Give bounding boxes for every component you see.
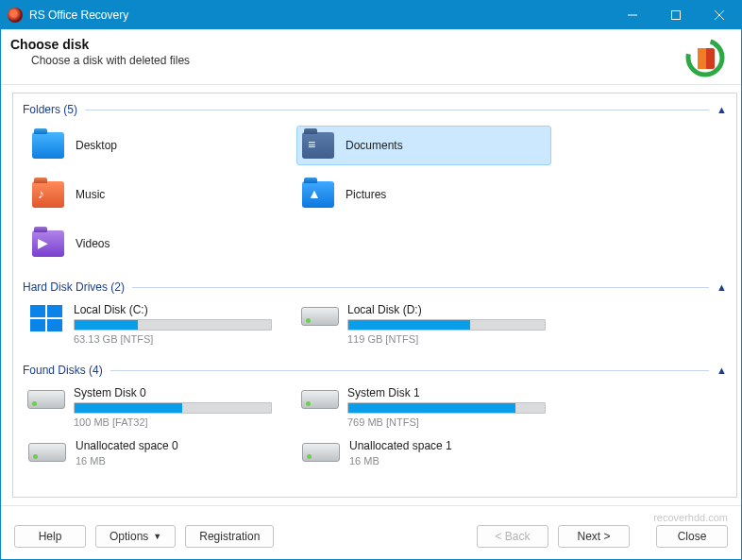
- folder-icon: ▲: [302, 180, 334, 209]
- options-button[interactable]: Options▼: [95, 525, 176, 548]
- disk-name: Local Disk (D:): [347, 303, 546, 316]
- wizard-header: Choose disk Choose a disk with deleted f…: [1, 29, 741, 85]
- minimize-button[interactable]: [611, 1, 654, 29]
- folder-label: Videos: [76, 237, 110, 250]
- disk-meta: 63.13 GB [NTFS]: [74, 333, 272, 345]
- hdd-icon: [302, 443, 340, 462]
- disk-meta: 119 GB [NTFS]: [347, 333, 546, 345]
- folder-icon: ≡: [302, 131, 334, 160]
- watermark: recoverhdd.com: [14, 512, 728, 523]
- folders-grid: Desktop≡Documents♪Music▲Pictures▶Videos: [13, 120, 736, 271]
- chevron-down-icon: ▼: [153, 532, 161, 541]
- app-window: RS Office Recovery Choose disk Choose a …: [0, 0, 742, 560]
- next-button[interactable]: Next >: [558, 525, 630, 548]
- content-area: Folders (5) ▲ Desktop≡Documents♪Music▲Pi…: [1, 85, 741, 505]
- folder-label: Pictures: [346, 188, 386, 201]
- brand-logo: [684, 37, 726, 78]
- folder-item[interactable]: ≡Documents: [296, 126, 551, 165]
- hdd-icon: [27, 390, 65, 409]
- folder-icon: ♪: [32, 180, 64, 209]
- section-hdd-title: Hard Disk Drives (2): [23, 280, 125, 294]
- section-hdd[interactable]: Hard Disk Drives (2) ▲: [13, 271, 736, 297]
- disk-item[interactable]: Local Disk (D:)119 GB [NTFS]: [300, 303, 565, 345]
- folder-icon: ▶: [32, 229, 64, 258]
- folder-item[interactable]: ♪Music: [26, 175, 281, 214]
- usage-bar: [347, 402, 546, 414]
- usage-bar: [347, 319, 546, 331]
- disk-name: System Disk 0: [74, 386, 272, 399]
- collapse-icon[interactable]: ▲: [717, 104, 727, 115]
- folder-label: Documents: [346, 139, 403, 152]
- hdd-grid: Local Disk (C:)63.13 GB [NTFS]Local Disk…: [13, 297, 736, 354]
- svg-rect-1: [672, 11, 681, 20]
- disk-name: Local Disk (C:): [74, 303, 272, 316]
- registration-button[interactable]: Registration: [185, 525, 274, 548]
- close-window-button[interactable]: [698, 1, 741, 29]
- disk-item[interactable]: System Disk 0100 MB [FAT32]: [26, 386, 291, 428]
- maximize-button[interactable]: [654, 1, 698, 29]
- folder-item[interactable]: Desktop: [26, 126, 281, 165]
- disk-name: Unallocated space 0: [76, 439, 272, 452]
- disk-item[interactable]: Local Disk (C:)63.13 GB [NTFS]: [26, 303, 291, 345]
- found-grid: System Disk 0100 MB [FAT32]System Disk 1…: [13, 381, 736, 486]
- titlebar[interactable]: RS Office Recovery: [1, 1, 741, 29]
- help-button[interactable]: Help: [14, 525, 86, 548]
- section-folders[interactable]: Folders (5) ▲: [13, 93, 736, 120]
- disk-name: Unallocated space 1: [349, 439, 546, 452]
- minimize-icon: [628, 10, 637, 20]
- usage-bar: [74, 319, 272, 331]
- windows-icon: [30, 305, 62, 331]
- collapse-icon[interactable]: ▲: [717, 365, 727, 376]
- disk-meta: 16 MB: [76, 455, 272, 467]
- usage-bar: [74, 402, 272, 414]
- section-found-title: Found Disks (4): [23, 364, 103, 377]
- disk-meta: 100 MB [FAT32]: [74, 416, 272, 428]
- disk-meta: 16 MB: [349, 455, 546, 467]
- folder-item[interactable]: ▲Pictures: [296, 175, 551, 214]
- hdd-icon: [301, 307, 339, 326]
- close-icon: [715, 10, 724, 20]
- section-found[interactable]: Found Disks (4) ▲: [13, 354, 736, 381]
- folder-label: Music: [76, 188, 105, 201]
- folder-label: Desktop: [76, 139, 117, 152]
- back-button: < Back: [477, 525, 548, 548]
- disk-list-panel[interactable]: Folders (5) ▲ Desktop≡Documents♪Music▲Pi…: [12, 93, 737, 498]
- page-subtitle: Choose a disk with deleted files: [31, 54, 190, 67]
- section-folders-title: Folders (5): [23, 103, 77, 116]
- disk-meta: 769 MB [NTFS]: [347, 416, 546, 428]
- hdd-icon: [301, 390, 339, 409]
- maximize-icon: [671, 10, 681, 20]
- svg-rect-6: [698, 48, 706, 69]
- disk-item[interactable]: System Disk 1769 MB [NTFS]: [300, 386, 565, 428]
- app-icon: [8, 8, 23, 23]
- collapse-icon[interactable]: ▲: [717, 281, 727, 293]
- folder-item[interactable]: ▶Videos: [26, 224, 281, 263]
- disk-item[interactable]: Unallocated space 116 MB: [300, 439, 565, 477]
- app-title: RS Office Recovery: [29, 8, 611, 22]
- footer: recoverhdd.com Help Options▼ Registratio…: [1, 505, 741, 559]
- folder-icon: [32, 131, 64, 160]
- close-button[interactable]: Close: [656, 525, 728, 548]
- disk-name: System Disk 1: [347, 386, 546, 399]
- page-title: Choose disk: [10, 37, 190, 52]
- hdd-icon: [28, 443, 66, 462]
- disk-item[interactable]: Unallocated space 016 MB: [26, 439, 291, 477]
